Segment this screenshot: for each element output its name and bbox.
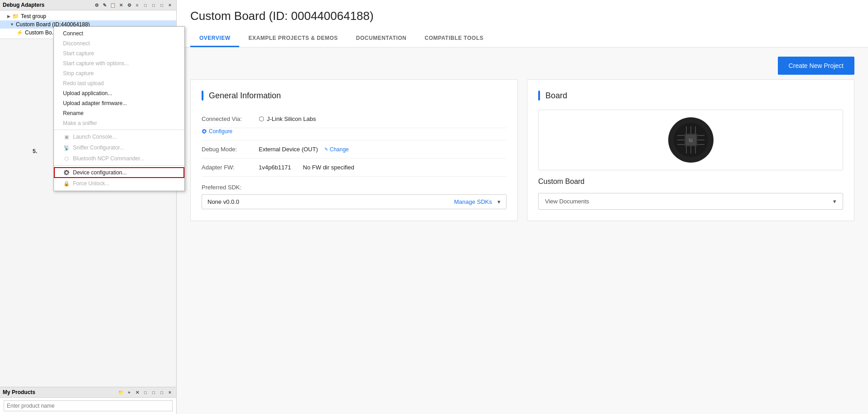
- debug-mode-row: Debug Mode: External Device (OUT) ✎ Chan…: [202, 140, 506, 159]
- expand-icon: ▶: [7, 14, 10, 19]
- gear-icon: [63, 169, 70, 176]
- connected-via-value: J-Link Silicon Labs: [267, 116, 316, 122]
- manage-sdks-link[interactable]: Manage SDKs: [454, 198, 492, 205]
- general-info-card: General Information Connected Via: ⬡ J-L…: [190, 79, 518, 221]
- my-products-icon-5[interactable]: □: [150, 389, 157, 396]
- configure-label: Configure: [209, 128, 232, 135]
- folder-icon: 📁: [12, 13, 19, 19]
- menu-separator-1: [54, 130, 184, 130]
- step-label: 5.: [33, 148, 37, 154]
- my-products-section: My Products 📁 + ✕ □ □ □ ×: [0, 387, 176, 414]
- sdk-section: Preferred SDK: None v0.0.0 Manage SDKs ▾: [202, 184, 506, 209]
- connected-via-row: Connected Via: ⬡ J-Link Silicon Labs: [202, 110, 506, 128]
- board-name: Custom Board: [538, 178, 843, 186]
- tabs-bar: OVERVIEW EXAMPLE PROJECTS & DEMOS DOCUME…: [190, 30, 854, 47]
- menu-item-stop-capture: Stop capture: [54, 68, 184, 78]
- menu-item-launch-console: ▣ Launch Console...: [54, 131, 184, 142]
- cards-row: General Information Connected Via: ⬡ J-L…: [190, 79, 854, 221]
- menu-item-device-config[interactable]: Device configuration...: [54, 167, 184, 178]
- adapter-fw-row: Adapter FW: 1v4p6b1171 No FW dir specifi…: [202, 159, 506, 177]
- my-products-header: My Products 📁 + ✕ □ □ □ ×: [0, 387, 176, 398]
- menu-item-sniffer-config: 📡 Sniffer Configurator...: [54, 142, 184, 153]
- my-products-icon-2[interactable]: +: [125, 389, 133, 396]
- connected-via-label: Connected Via:: [202, 116, 256, 122]
- left-panel: Debug Adapters ⚙ ✎ 📋 ✕ ⚙ ≡ □ □ □ × ▶ 📁 T…: [0, 0, 177, 414]
- preferred-sdk-label: Preferred SDK:: [202, 184, 506, 191]
- tab-overview[interactable]: OVERVIEW: [190, 30, 239, 47]
- menu-item-disconnect: Disconnect: [54, 39, 184, 48]
- adapter-fw-label: Adapter FW:: [202, 164, 256, 171]
- configure-link[interactable]: Configure: [202, 128, 506, 135]
- menu-item-bt-ncp: ⬡ Bluetooth NCP Commander...: [54, 153, 184, 164]
- toolbar-icon-9[interactable]: □: [158, 1, 165, 9]
- sdk-dropdown-arrow[interactable]: ▾: [497, 198, 501, 205]
- view-documents-button[interactable]: View Documents ▾: [538, 193, 843, 210]
- custom-board-child-label: Custom Bo...: [25, 29, 56, 36]
- board-card: Board Si: [527, 79, 854, 221]
- sdk-value: None v0.0.0: [207, 198, 448, 205]
- tree-item-test-group[interactable]: ▶ 📁 Test group: [0, 12, 176, 20]
- bluetooth-icon: ⬡: [63, 155, 70, 162]
- board-icon: ⚡: [16, 29, 23, 36]
- create-new-project-button[interactable]: Create New Project: [778, 57, 854, 75]
- expand-icon-2: ▼: [10, 22, 14, 27]
- my-products-icon-3[interactable]: ✕: [134, 389, 141, 396]
- change-label: Change: [330, 146, 349, 153]
- my-products-icon-4[interactable]: □: [142, 389, 149, 396]
- change-link[interactable]: ✎ Change: [324, 146, 349, 153]
- pencil-icon: ✎: [324, 147, 328, 152]
- sdk-select[interactable]: None v0.0.0 Manage SDKs ▾: [202, 194, 506, 209]
- menu-item-connect[interactable]: Connect: [54, 29, 184, 39]
- my-products-label: My Products: [3, 389, 35, 395]
- right-panel: Custom Board (ID: 000440064188) OVERVIEW…: [177, 0, 868, 414]
- toolbar-icon-7[interactable]: □: [142, 1, 149, 9]
- toolbar-icon-3[interactable]: 📋: [109, 1, 116, 9]
- debug-adapters-header: Debug Adapters ⚙ ✎ 📋 ✕ ⚙ ≡ □ □ □ ×: [0, 0, 176, 10]
- tab-compatible-tools[interactable]: COMPATIBLE TOOLS: [415, 30, 492, 47]
- debug-mode-label: Debug Mode:: [202, 146, 256, 153]
- my-products-icon-7[interactable]: ×: [166, 389, 174, 396]
- menu-item-make-sniffer: Make a sniffer: [54, 118, 184, 128]
- menu-item-rename[interactable]: Rename: [54, 108, 184, 118]
- product-name-input[interactable]: [4, 400, 173, 411]
- toolbar-icon-10[interactable]: ×: [166, 1, 174, 9]
- view-docs-label: View Documents: [545, 198, 589, 205]
- tab-documentation[interactable]: DOCUMENTATION: [347, 30, 415, 47]
- debug-adapters-toolbar: ⚙ ✎ 📋 ✕ ⚙ ≡ □ □ □ ×: [93, 1, 174, 9]
- svg-text:Si: Si: [689, 139, 693, 143]
- content-area: Create New Project General Information C…: [177, 48, 868, 414]
- board-title: Board: [538, 91, 843, 101]
- console-icon: ▣: [63, 133, 70, 140]
- context-menu: Connect Disconnect Start capture Start c…: [53, 26, 185, 191]
- toolbar-icon-2[interactable]: ✎: [101, 1, 108, 9]
- general-info-title: General Information: [202, 91, 506, 101]
- debug-mode-value: External Device (OUT): [259, 146, 318, 153]
- menu-item-upload-firmware[interactable]: Upload adapter firmware...: [54, 98, 184, 108]
- my-products-toolbar: 📁 + ✕ □ □ □ ×: [117, 389, 174, 396]
- menu-item-start-capture: Start capture: [54, 48, 184, 58]
- tab-example-projects[interactable]: EXAMPLE PROJECTS & DEMOS: [239, 30, 347, 47]
- my-products-input-container: [0, 398, 176, 414]
- toolbar-icon-8[interactable]: □: [150, 1, 157, 9]
- usb-icon: ⬡: [259, 115, 264, 122]
- menu-item-force-unlock: 🔒 Force Unlock...: [54, 178, 184, 189]
- toolbar-icon-1[interactable]: ⚙: [93, 1, 100, 9]
- toolbar-icon-6[interactable]: ≡: [134, 1, 141, 9]
- menu-item-redo-upload: Redo last upload: [54, 78, 184, 88]
- my-products-icon-6[interactable]: □: [158, 389, 165, 396]
- view-docs-arrow: ▾: [833, 198, 836, 205]
- toolbar-icon-4[interactable]: ✕: [117, 1, 125, 9]
- page-title-bar: Custom Board (ID: 000440064188) OVERVIEW…: [177, 0, 868, 48]
- board-image-container: Si: [538, 110, 843, 170]
- fw-dir-value: No FW dir specified: [303, 164, 354, 171]
- test-group-label: Test group: [21, 13, 46, 19]
- sniffer-icon: 📡: [63, 144, 70, 151]
- debug-adapters-label: Debug Adapters: [3, 2, 44, 8]
- adapter-fw-value: 1v4p6b1171: [259, 164, 291, 171]
- page-title: Custom Board (ID: 000440064188): [190, 9, 854, 23]
- toolbar-icon-5[interactable]: ⚙: [125, 1, 133, 9]
- board-image: Si: [668, 117, 714, 163]
- my-products-icon-1[interactable]: 📁: [117, 389, 125, 396]
- menu-item-start-capture-options: Start capture with options...: [54, 58, 184, 68]
- menu-item-upload-application[interactable]: Upload application...: [54, 88, 184, 98]
